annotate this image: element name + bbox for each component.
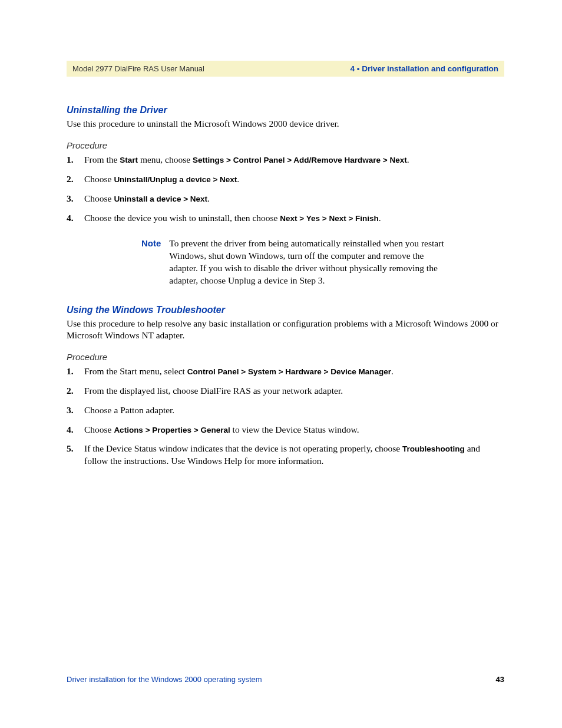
list-item: Choose Uninstall/Unplug a device > Next. xyxy=(67,173,504,186)
section-heading-uninstalling: Uninstalling the Driver xyxy=(67,105,504,116)
procedure-list-1: From the Start menu, choose Settings > C… xyxy=(67,154,504,225)
note-text: To prevent the driver from being automat… xyxy=(169,238,447,287)
text: menu, choose xyxy=(138,154,193,164)
chapter-title: 4 • Driver installation and configuratio… xyxy=(350,64,498,73)
section-heading-troubleshooter: Using the Windows Troubleshooter xyxy=(67,305,504,315)
list-item: From the Start menu, select Control Pane… xyxy=(67,365,504,378)
list-item: If the Device Status window indicates th… xyxy=(67,443,504,467)
list-item: From the displayed list, choose DialFire… xyxy=(67,385,504,397)
bold-path: Uninstall a device > Next xyxy=(114,195,207,203)
list-item: Choose a Patton adapter. xyxy=(67,404,504,417)
bold-path: Settings > Control Panel > Add/Remove Ha… xyxy=(193,156,407,164)
text: to view the Device Status window. xyxy=(230,424,359,434)
procedure-label-1: Procedure xyxy=(67,140,504,150)
page-footer: Driver installation for the Windows 2000… xyxy=(67,675,504,684)
note-block: Note To prevent the driver from being au… xyxy=(141,238,447,287)
text: Choose xyxy=(84,193,114,203)
page-header: Model 2977 DialFire RAS User Manual 4 • … xyxy=(67,61,504,77)
text: From the xyxy=(84,154,120,164)
section2-intro: Use this procedure to help resolve any b… xyxy=(67,318,504,341)
text: . xyxy=(407,154,409,164)
list-item: Choose Actions > Properties > General to… xyxy=(67,424,504,436)
text: From the Start menu, select xyxy=(84,366,187,376)
text: . xyxy=(237,174,239,184)
page-number: 43 xyxy=(496,675,504,684)
text: Choose the device you wish to uninstall,… xyxy=(84,213,280,223)
list-item: From the Start menu, choose Settings > C… xyxy=(67,154,504,166)
list-item: Choose Uninstall a device > Next. xyxy=(67,193,504,205)
text: If the Device Status window indicates th… xyxy=(84,443,402,453)
section1-intro: Use this procedure to uninstall the Micr… xyxy=(67,118,504,130)
note-label: Note xyxy=(141,238,169,287)
manual-title: Model 2977 DialFire RAS User Manual xyxy=(72,64,204,73)
text: From the displayed list, choose DialFire… xyxy=(84,386,343,396)
procedure-list-2: From the Start menu, select Control Pane… xyxy=(67,365,504,468)
text: . xyxy=(207,193,210,203)
text: . xyxy=(379,213,381,223)
bold-path: Next > Yes > Next > Finish xyxy=(280,214,378,223)
text: Choose xyxy=(84,424,114,434)
text: . xyxy=(391,366,394,376)
procedure-label-2: Procedure xyxy=(67,352,504,362)
bold-term: Troubleshooting xyxy=(402,444,465,453)
text: Choose xyxy=(84,174,114,184)
page-container: Model 2977 DialFire RAS User Manual 4 • … xyxy=(0,0,562,728)
footer-section-title: Driver installation for the Windows 2000… xyxy=(67,675,262,684)
bold-path: Uninstall/Unplug a device > Next xyxy=(114,175,237,184)
bold-path: Control Panel > System > Hardware > Devi… xyxy=(187,367,391,376)
text: Choose a Patton adapter. xyxy=(84,405,174,415)
bold-path: Actions > Properties > General xyxy=(114,426,230,434)
list-item: Choose the device you wish to uninstall,… xyxy=(67,212,504,225)
bold-term: Start xyxy=(120,156,138,164)
